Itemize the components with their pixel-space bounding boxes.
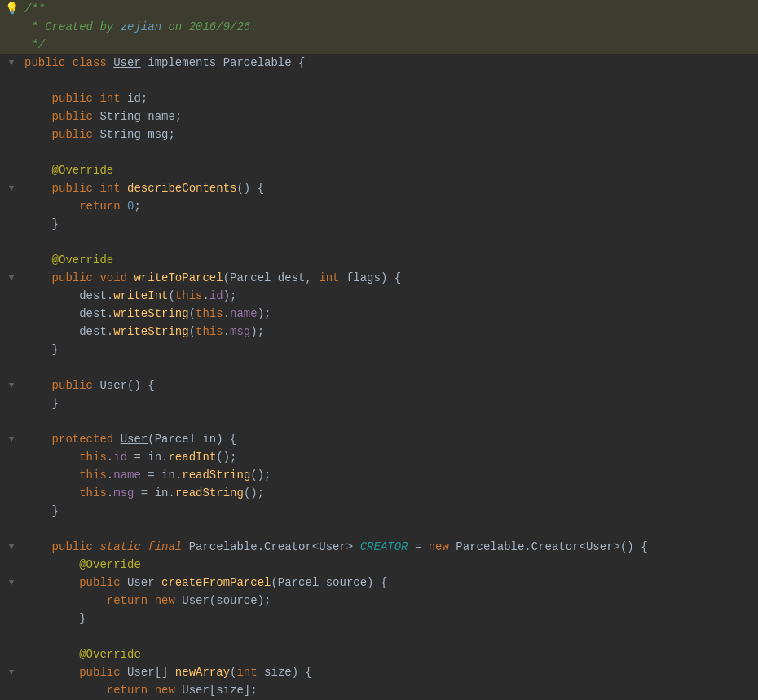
line-content-27: this.name = in.readString(); xyxy=(24,466,750,484)
line-content-10: @Override xyxy=(24,161,750,179)
line-content-32: @Override xyxy=(24,556,750,574)
line-13: } xyxy=(0,215,758,233)
line-content-12: return 0; xyxy=(24,197,750,215)
line-content-24 xyxy=(24,412,750,430)
line-content-14 xyxy=(24,233,750,251)
line-19: dest.writeString(this.msg); xyxy=(0,323,758,341)
line-20: } xyxy=(0,341,758,359)
line-content-36 xyxy=(24,627,750,645)
line-content-29: } xyxy=(24,502,750,520)
line-content-11: public int describeContents() { xyxy=(24,179,750,197)
line-32: @Override xyxy=(0,556,758,574)
line-12: return 0; xyxy=(0,197,758,215)
line-content-2: * Created by zejian on 2016/9/26. xyxy=(24,18,750,36)
line-29: } xyxy=(0,502,758,520)
code-editor: 💡 /** * Created by zejian on 2016/9/26. … xyxy=(0,0,758,700)
line-content-17: dest.writeInt(this.id); xyxy=(24,287,750,305)
line-4: ▼ public class User implements Parcelabl… xyxy=(0,54,758,72)
line-10: @Override xyxy=(0,161,758,179)
line-content-33: public User createFromParcel(Parcel sour… xyxy=(24,574,750,592)
line-39: return new User[size]; xyxy=(0,681,758,699)
gutter-25: ▼ xyxy=(0,430,23,448)
line-content-26: this.id = in.readInt(); xyxy=(24,448,750,466)
line-24 xyxy=(0,412,758,430)
line-23: } xyxy=(0,394,758,412)
fold-icon-4[interactable]: ▼ xyxy=(9,54,15,72)
line-9 xyxy=(0,143,758,161)
line-content-5 xyxy=(24,72,750,90)
line-content-20: } xyxy=(24,341,750,359)
line-25: ▼ protected User(Parcel in) { xyxy=(0,430,758,448)
line-content-9 xyxy=(24,143,750,161)
line-11: ▼ public int describeContents() { xyxy=(0,179,758,197)
gutter-4: ▼ xyxy=(0,54,23,72)
gutter-16: ▼ xyxy=(0,269,23,287)
line-content-19: dest.writeString(this.msg); xyxy=(24,323,750,341)
line-content-7: public String name; xyxy=(24,108,750,125)
line-content-16: public void writeToParcel(Parcel dest, i… xyxy=(24,269,750,287)
fold-icon-16[interactable]: ▼ xyxy=(9,269,15,287)
line-content-39: return new User[size]; xyxy=(24,681,750,699)
line-18: dest.writeString(this.name); xyxy=(0,305,758,323)
line-content-30 xyxy=(24,520,750,538)
line-6: public int id; xyxy=(0,90,758,108)
line-3: */ xyxy=(0,36,758,54)
line-34: return new User(source); xyxy=(0,592,758,610)
line-30 xyxy=(0,520,758,538)
line-content-18: dest.writeString(this.name); xyxy=(24,305,750,323)
line-38: ▼ public User[] newArray(int size) { xyxy=(0,663,758,681)
line-content-22: public User() { xyxy=(24,376,750,394)
line-8: public String msg; xyxy=(0,125,758,143)
gutter-11: ▼ xyxy=(0,179,23,197)
line-21 xyxy=(0,359,758,376)
line-content-15: @Override xyxy=(24,251,750,269)
line-content-4: public class User implements Parcelable … xyxy=(24,54,750,72)
line-content-25: protected User(Parcel in) { xyxy=(24,430,750,448)
line-2: * Created by zejian on 2016/9/26. xyxy=(0,18,758,36)
fold-icon-22[interactable]: ▼ xyxy=(9,376,15,394)
line-1: 💡 /** xyxy=(0,0,758,18)
gutter-31: ▼ xyxy=(0,538,23,556)
line-7: public String name; xyxy=(0,108,758,125)
line-content-21 xyxy=(24,359,750,376)
line-28: this.msg = in.readString(); xyxy=(0,484,758,502)
line-content-28: this.msg = in.readString(); xyxy=(24,484,750,502)
line-content-31: public static final Parcelable.Creator<U… xyxy=(24,538,750,556)
line-27: this.name = in.readString(); xyxy=(0,466,758,484)
fold-icon-31[interactable]: ▼ xyxy=(9,538,15,556)
line-36 xyxy=(0,627,758,645)
line-5 xyxy=(0,72,758,90)
line-14 xyxy=(0,233,758,251)
gutter-38: ▼ xyxy=(0,663,23,681)
lightbulb-icon: 💡 xyxy=(5,0,19,18)
fold-icon-11[interactable]: ▼ xyxy=(9,179,15,197)
gutter-22: ▼ xyxy=(0,376,23,394)
line-26: this.id = in.readInt(); xyxy=(0,448,758,466)
gutter-1: 💡 xyxy=(0,0,23,18)
fold-icon-38[interactable]: ▼ xyxy=(9,663,15,681)
line-22: ▼ public User() { xyxy=(0,376,758,394)
line-content-34: return new User(source); xyxy=(24,592,750,610)
line-content-35: } xyxy=(24,610,750,627)
fold-icon-25[interactable]: ▼ xyxy=(9,430,15,448)
line-17: dest.writeInt(this.id); xyxy=(0,287,758,305)
line-content-23: } xyxy=(24,394,750,412)
gutter-33: ▼ xyxy=(0,574,23,592)
line-31: ▼ public static final Parcelable.Creator… xyxy=(0,538,758,556)
line-content-38: public User[] newArray(int size) { xyxy=(24,663,750,681)
line-16: ▼ public void writeToParcel(Parcel dest,… xyxy=(0,269,758,287)
line-15: @Override xyxy=(0,251,758,269)
line-35: } xyxy=(0,610,758,627)
line-37: @Override xyxy=(0,645,758,663)
line-content-13: } xyxy=(24,215,750,233)
line-content-8: public String msg; xyxy=(24,125,750,143)
line-33: ▼ public User createFromParcel(Parcel so… xyxy=(0,574,758,592)
line-content-37: @Override xyxy=(24,645,750,663)
line-content-1: /** xyxy=(24,0,750,18)
fold-icon-33[interactable]: ▼ xyxy=(9,574,15,592)
line-content-3: */ xyxy=(24,36,750,54)
line-content-6: public int id; xyxy=(24,90,750,108)
